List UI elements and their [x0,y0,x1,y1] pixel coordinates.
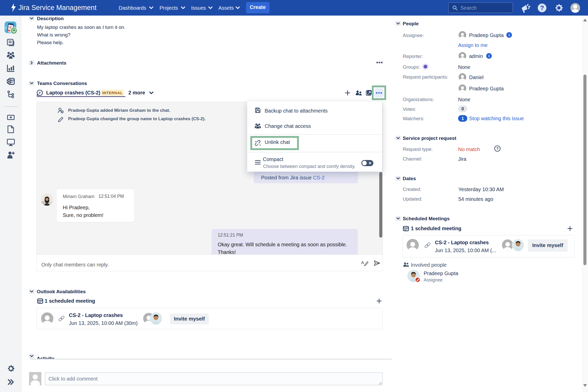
svg-text:?: ? [496,146,499,151]
svg-text:A: A [361,260,364,265]
